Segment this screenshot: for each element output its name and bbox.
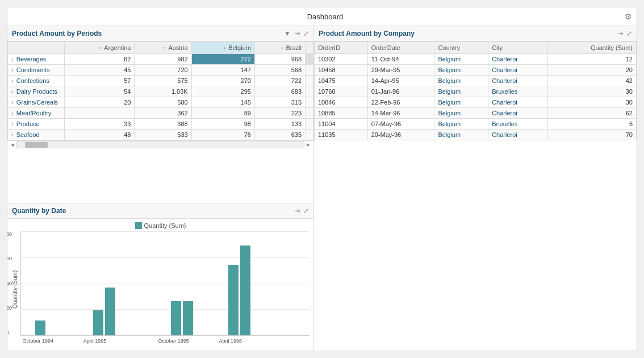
company-row: 1030211-Oct-94BelgiumCharleroi12	[315, 54, 637, 65]
x-axis-label: April 1996	[219, 338, 242, 344]
settings-icon[interactable]: ⚙	[625, 12, 632, 21]
company-row: 1100407-May-96BelgiumBruxelles6	[315, 119, 637, 130]
company-table-wrapper: OrderID OrderDate Country City Quantity …	[314, 41, 637, 351]
periods-cell-label[interactable]: › Seafood	[8, 130, 65, 140]
company-cell-country: Belgium	[434, 108, 488, 119]
y-label-40: 40	[7, 281, 12, 286]
periods-cell-label[interactable]: › Condiments	[8, 65, 65, 76]
company-cell-city: Charleroi	[488, 54, 548, 65]
periods-cell-argentina: 82	[65, 54, 135, 65]
periods-col-austria[interactable]: › Austria	[135, 42, 191, 54]
company-cell-country: Belgium	[434, 65, 488, 76]
x-axis-label: April 1995	[83, 338, 107, 344]
periods-cell-label[interactable]: › Produce	[8, 119, 65, 130]
periods-col-belgium[interactable]: › Belgium	[191, 42, 254, 54]
company-expand-icon[interactable]: ⤢	[626, 30, 632, 38]
company-row: 1045829-Mar-95BelgiumCharleroi20	[315, 65, 637, 76]
periods-cell-label[interactable]: › Confections	[8, 76, 65, 86]
company-cell-order_date: 14-Mar-96	[367, 108, 434, 119]
periods-row: › Grains/Cereals20580145315	[8, 97, 313, 108]
company-cell-city: Bruxelles	[488, 119, 548, 130]
periods-row: › Confections57575270722	[8, 76, 313, 86]
y-label-0: 0	[7, 330, 12, 335]
company-col-orderdate[interactable]: OrderDate	[367, 42, 434, 54]
scroll-col	[306, 130, 313, 140]
periods-col-brazil[interactable]: › Brazil	[254, 42, 305, 54]
periods-cell-belgium: 270	[191, 76, 254, 86]
bar	[35, 320, 45, 335]
company-cell-quantity: 62	[547, 108, 636, 119]
h-scroll-thumb	[25, 142, 48, 148]
y-label-20: 20	[7, 305, 12, 311]
periods-cell-argentina: 45	[65, 65, 135, 76]
company-cell-country: Belgium	[434, 54, 488, 65]
dashboard-body: Product Amount by Periods ▼ ⇥ ⤢ › Argent…	[7, 26, 637, 351]
periods-cell-argentina: 33	[65, 119, 135, 130]
y-label-80: 80	[7, 231, 12, 237]
company-col-orderid[interactable]: OrderID	[315, 42, 368, 54]
scroll-col	[306, 119, 313, 130]
chart-legend: Quantity (Sum)	[12, 222, 309, 229]
periods-cell-belgium: 295	[191, 86, 254, 97]
x-axis-label: October 1995	[158, 338, 189, 344]
h-scrollbar[interactable]	[16, 141, 304, 148]
scroll-col	[306, 97, 313, 108]
scroll-right-arrow[interactable]: ►	[304, 141, 312, 148]
company-cell-country: Belgium	[434, 76, 488, 86]
periods-cell-label[interactable]: › Beverages	[8, 54, 65, 65]
grid-line-60	[21, 257, 309, 258]
periods-expand-icon[interactable]: ⤢	[303, 30, 309, 38]
periods-cell-brazil: 722	[254, 76, 305, 86]
periods-table: › Argentina › Austria › Belgium › Brazil…	[7, 41, 313, 140]
chart-export-icon[interactable]: ⇥	[294, 207, 300, 215]
periods-filter-icon[interactable]: ▼	[284, 30, 291, 38]
v-scroll-header	[306, 42, 313, 54]
company-col-quantity[interactable]: Quantity (Sum)	[547, 42, 636, 54]
periods-row: › Produce3338898133	[8, 119, 313, 130]
scroll-col	[306, 76, 313, 86]
right-panel: Product Amount by Company ⇥ ⤢ OrderID Or…	[314, 26, 637, 351]
periods-cell-label[interactable]: › Meat/Poultry	[8, 108, 65, 119]
company-row: 1084622-Feb-96BelgiumCharleroi30	[315, 97, 637, 108]
periods-icons: ▼ ⇥ ⤢	[284, 30, 309, 38]
company-col-city[interactable]: City	[488, 42, 548, 54]
legend-color-box	[135, 222, 142, 229]
company-cell-order_id: 10846	[315, 97, 368, 108]
scroll-left-arrow[interactable]: ◄	[9, 141, 16, 148]
left-panel: Product Amount by Periods ▼ ⇥ ⤢ › Argent…	[7, 26, 314, 351]
company-cell-order_date: 22-Feb-96	[367, 97, 434, 108]
scroll-col	[306, 108, 313, 119]
periods-col-argentina[interactable]: › Argentina	[65, 42, 135, 54]
chart-expand-icon[interactable]: ⤢	[303, 207, 309, 215]
bar	[228, 265, 239, 335]
company-export-icon[interactable]: ⇥	[617, 30, 623, 38]
company-cell-quantity: 70	[547, 130, 636, 140]
company-cell-city: Bruxelles	[488, 86, 548, 97]
company-section-header: Product Amount by Company ⇥ ⤢	[314, 26, 637, 41]
periods-cell-label[interactable]: › Grains/Cereals	[8, 97, 65, 108]
grid-line-80	[21, 231, 309, 232]
company-cell-order_date: 07-May-96	[367, 119, 434, 130]
periods-export-icon[interactable]: ⇥	[294, 30, 300, 38]
bar-group	[171, 301, 193, 335]
periods-cell-label[interactable]: › Dairy Products	[8, 86, 65, 97]
periods-cell-brazil: 315	[254, 97, 305, 108]
company-cell-order_id: 10475	[315, 76, 368, 86]
periods-cell-austria: 720	[135, 65, 191, 76]
bar	[183, 301, 193, 335]
periods-cell-belgium: 145	[191, 97, 254, 108]
company-cell-quantity: 12	[547, 54, 636, 65]
periods-cell-belgium: 76	[191, 130, 254, 140]
company-cell-country: Belgium	[434, 119, 488, 130]
periods-row: › Seafood4853376635	[8, 130, 313, 140]
company-cell-country: Belgium	[434, 86, 488, 97]
company-cell-city: Charleroi	[488, 130, 548, 140]
company-col-country[interactable]: Country	[434, 42, 488, 54]
periods-title: Product Amount by Periods	[12, 30, 102, 38]
h-scrollbar-row: ◄ ►	[7, 140, 313, 148]
periods-cell-argentina: 20	[65, 97, 135, 108]
periods-cell-brazil: 635	[254, 130, 305, 140]
y-labels: 80 60 40 20 0	[7, 231, 12, 335]
periods-row: › Condiments45720147568	[8, 65, 313, 76]
company-cell-order_id: 11035	[315, 130, 368, 140]
